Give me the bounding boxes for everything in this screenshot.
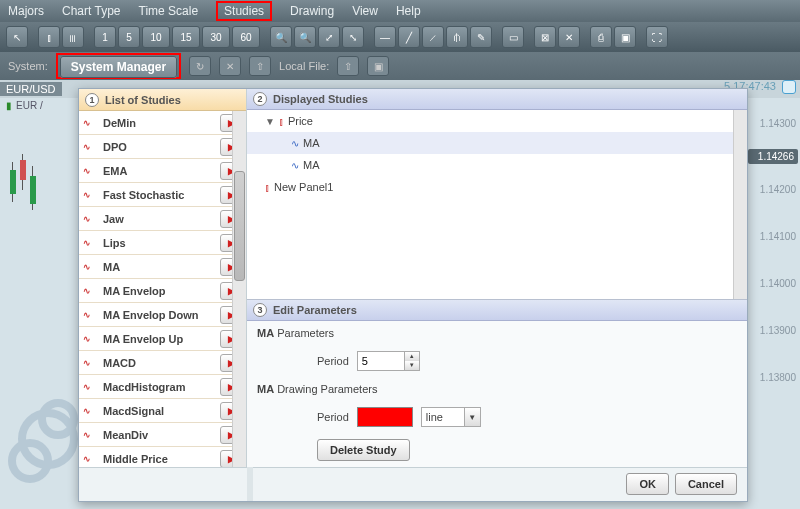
studies-list[interactable]: ∿DeMin∿DPO∿EMA∿Fast Stochastic∿Jaw∿Lips∿… (79, 111, 246, 467)
study-row[interactable]: ∿MeanDiv (79, 423, 246, 447)
study-row[interactable]: ∿Lips (79, 231, 246, 255)
study-row[interactable]: ∿MacdHistogram (79, 375, 246, 399)
list-of-studies-header: 1 List of Studies (79, 89, 246, 111)
pencil-tool-icon[interactable]: ✎ (470, 26, 492, 48)
ok-button[interactable]: OK (626, 473, 669, 495)
study-row[interactable]: ∿MACD (79, 351, 246, 375)
bars-icon[interactable]: ⫼ (62, 26, 84, 48)
hline-tool-icon[interactable]: — (374, 26, 396, 48)
local-upload-icon[interactable]: ⇧ (337, 56, 359, 76)
list-scrollbar[interactable] (232, 111, 246, 467)
save-icon[interactable]: ▣ (614, 26, 636, 48)
study-icon: ∿ (83, 310, 97, 320)
zoom-in-icon[interactable]: 🔍 (270, 26, 292, 48)
select-all-icon[interactable]: ▭ (502, 26, 524, 48)
menu-drawing[interactable]: Drawing (290, 4, 334, 18)
tree-node-ma-1[interactable]: ∿ MA (247, 132, 747, 154)
panel-icon: ⫿ (265, 182, 270, 193)
spin-up-icon[interactable]: ▲ (405, 352, 419, 361)
list-of-studies-panel: 1 List of Studies ∿DeMin∿DPO∿EMA∿Fast St… (79, 89, 247, 467)
dropdown-icon[interactable]: ▼ (465, 407, 481, 427)
study-name: Lips (103, 237, 214, 249)
step-2-icon: 2 (253, 92, 267, 106)
zoom-out-icon[interactable]: 🔍 (294, 26, 316, 48)
study-row[interactable]: ∿Fast Stochastic (79, 183, 246, 207)
pitchfork-tool-icon[interactable]: ⫛ (446, 26, 468, 48)
menu-help[interactable]: Help (396, 4, 421, 18)
local-save-icon[interactable]: ▣ (367, 56, 389, 76)
study-row[interactable]: ∿DeMin (79, 111, 246, 135)
study-name: MACD (103, 357, 214, 369)
menu-view[interactable]: View (352, 4, 378, 18)
clock-icon[interactable] (782, 80, 796, 94)
delete-study-button[interactable]: Delete Study (317, 439, 410, 461)
spin-down-icon[interactable]: ▼ (405, 361, 419, 370)
sys-delete-icon[interactable]: ✕ (219, 56, 241, 76)
menu-chart-type[interactable]: Chart Type (62, 4, 120, 18)
menu-majors[interactable]: Majors (8, 4, 44, 18)
current-price: 1.14266 (748, 149, 798, 164)
study-icon: ∿ (83, 286, 97, 296)
print-icon[interactable]: ⎙ (590, 26, 612, 48)
study-icon: ∿ (83, 262, 97, 272)
tree-node-price[interactable]: ▼ ⫿ Price (247, 110, 747, 132)
time-1-button[interactable]: 1 (94, 26, 116, 48)
fullscreen-icon[interactable]: ⛶ (646, 26, 668, 48)
zoom-x-icon[interactable]: ⤢ (318, 26, 340, 48)
cancel-button[interactable]: Cancel (675, 473, 737, 495)
local-file-label: Local File: (279, 60, 329, 72)
study-icon: ∿ (83, 358, 97, 368)
menu-studies[interactable]: Studies (216, 1, 272, 21)
system-label: System: (8, 60, 48, 72)
sys-refresh-icon[interactable]: ↻ (189, 56, 211, 76)
period-label: Period (317, 355, 349, 367)
toolbar: ↖ ⫿ ⫼ 1 5 10 15 30 60 🔍 🔍 ⤢ ⤡ — ╱ ⟋ ⫛ ✎ … (0, 22, 800, 52)
studies-dialog: 1 List of Studies ∿DeMin∿DPO∿EMA∿Fast St… (78, 88, 748, 502)
study-row[interactable]: ∿MA Envelop (79, 279, 246, 303)
expand-icon[interactable]: ▼ (265, 116, 275, 127)
study-icon: ∿ (83, 430, 97, 440)
study-row[interactable]: ∿MA Envelop Up (79, 327, 246, 351)
edit-parameters-header: 3 Edit Parameters (247, 300, 747, 321)
time-5-button[interactable]: 5 (118, 26, 140, 48)
study-icon: ∿ (83, 118, 97, 128)
trendline-tool-icon[interactable]: ╱ (398, 26, 420, 48)
tree-node-new-panel[interactable]: ⫿ New Panel1 (247, 176, 747, 198)
tree-node-ma-2[interactable]: ∿ MA (247, 154, 747, 176)
study-row[interactable]: ∿DPO (79, 135, 246, 159)
study-row[interactable]: ∿MacdSignal (79, 399, 246, 423)
close-icon[interactable]: ✕ (558, 26, 580, 48)
line-tool-icon[interactable]: ⟋ (422, 26, 444, 48)
scrollbar-thumb[interactable] (234, 171, 245, 281)
study-name: MacdSignal (103, 405, 214, 417)
study-name: Fast Stochastic (103, 189, 214, 201)
time-15-button[interactable]: 15 (172, 26, 200, 48)
displayed-studies-tree[interactable]: ▼ ⫿ Price ∿ MA ∿ MA ⫿ New Panel1 (247, 110, 747, 299)
study-row[interactable]: ∿Jaw (79, 207, 246, 231)
time-10-button[interactable]: 10 (142, 26, 170, 48)
delete-icon[interactable]: ⊠ (534, 26, 556, 48)
zoom-y-icon[interactable]: ⤡ (342, 26, 364, 48)
system-manager-button[interactable]: System Manager (60, 56, 177, 78)
study-row[interactable]: ∿MA (79, 255, 246, 279)
linestyle-select[interactable]: line (421, 407, 465, 427)
time-30-button[interactable]: 30 (202, 26, 230, 48)
study-row[interactable]: ∿Middle Price (79, 447, 246, 467)
study-row[interactable]: ∿MA Envelop Down (79, 303, 246, 327)
study-name: MA Envelop Up (103, 333, 214, 345)
study-name: MacdHistogram (103, 381, 214, 393)
cursor-tool-icon[interactable]: ↖ (6, 26, 28, 48)
study-icon: ∿ (83, 382, 97, 392)
time-60-button[interactable]: 60 (232, 26, 260, 48)
study-row[interactable]: ∿EMA (79, 159, 246, 183)
period-spinner[interactable]: ▲▼ (357, 351, 420, 371)
study-icon: ∿ (83, 334, 97, 344)
sys-upload-icon[interactable]: ⇧ (249, 56, 271, 76)
candles-icon[interactable]: ⫿ (38, 26, 60, 48)
color-swatch[interactable] (357, 407, 413, 427)
menu-time-scale[interactable]: Time Scale (139, 4, 199, 18)
tree-scrollbar[interactable] (733, 110, 747, 298)
study-name: Middle Price (103, 453, 214, 465)
period-input[interactable] (357, 351, 405, 371)
ma-icon: ∿ (291, 160, 299, 171)
